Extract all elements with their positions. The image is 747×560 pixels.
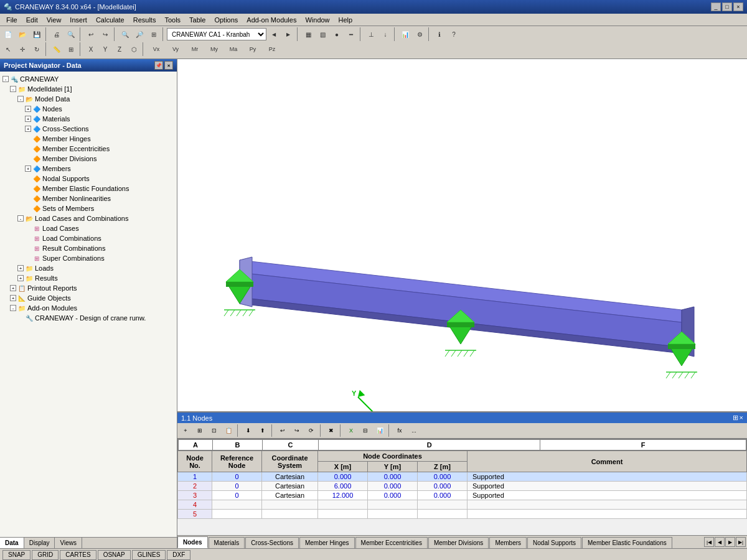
- tree-item-member-divisions[interactable]: 🔶 Member Divisions: [1, 154, 176, 164]
- menu-item-window[interactable]: Window: [301, 15, 333, 25]
- tab-member-elastic-foundations[interactable]: Member Elastic Foundations: [582, 537, 672, 548]
- view-z-button[interactable]: Z: [113, 42, 126, 56]
- grid-toggle[interactable]: GRID: [32, 550, 59, 560]
- toggle-loads[interactable]: +: [17, 265, 24, 271]
- toggle-members[interactable]: +: [25, 166, 31, 172]
- measure-button[interactable]: 📏: [50, 42, 63, 56]
- toggle-materials[interactable]: +: [25, 116, 31, 122]
- dt-formula-button[interactable]: fx: [393, 424, 406, 437]
- menu-item-table[interactable]: Table: [186, 15, 209, 25]
- menu-item-results[interactable]: Results: [129, 15, 160, 25]
- new-button[interactable]: 📄: [1, 27, 15, 41]
- viewport[interactable]: Y X Z: [177, 59, 747, 411]
- tab-materials[interactable]: Materials: [209, 537, 245, 548]
- tab-cross-sections[interactable]: Cross-Sections: [245, 537, 299, 548]
- dt-import-button[interactable]: ⬇: [242, 424, 255, 437]
- select-button[interactable]: ↖: [1, 42, 15, 56]
- data-table-container[interactable]: A B C D F NodeNo.: [177, 439, 747, 535]
- view-x-button[interactable]: X: [84, 42, 98, 56]
- tree-item-modelldatei[interactable]: - 📁 Modelldatei [1]: [1, 84, 176, 94]
- tab-members[interactable]: Members: [489, 537, 527, 548]
- save-button[interactable]: 💾: [30, 27, 44, 41]
- view-iso-button[interactable]: ⬡: [127, 42, 141, 56]
- menu-item-edit[interactable]: Edit: [22, 15, 42, 25]
- tree-item-member-eccentricities[interactable]: 🔶 Member Eccentricities: [1, 144, 176, 154]
- render-button[interactable]: ▦: [301, 27, 315, 41]
- tree-item-results[interactable]: + 📁 Results: [1, 273, 176, 283]
- member-button[interactable]: ━: [344, 27, 358, 41]
- undo-button[interactable]: ↩: [84, 27, 98, 41]
- tree-item-nodes[interactable]: + 🔷 Nodes: [1, 104, 176, 114]
- tree-item-members[interactable]: + 🔷 Members: [1, 164, 176, 174]
- menu-item-insert[interactable]: Insert: [66, 15, 91, 25]
- zoom-fit-button[interactable]: ⊞: [147, 27, 161, 41]
- dt-table-button[interactable]: ⊟: [359, 424, 372, 437]
- table-row[interactable]: 2 0 Cartesian 6.000 0.000 0.000 Supporte…: [178, 482, 747, 491]
- minimize-button[interactable]: _: [711, 2, 721, 11]
- dt-add-button[interactable]: +: [179, 424, 192, 437]
- zoom-out-button[interactable]: 🔎: [133, 27, 146, 41]
- dt-undo-button[interactable]: ↩: [276, 424, 289, 437]
- nav-tab-display[interactable]: Display: [24, 538, 55, 548]
- table-row[interactable]: 1 0 Cartesian 0.000 0.000 0.000 Supporte…: [178, 472, 747, 482]
- snap-button[interactable]: ⊞: [64, 42, 78, 56]
- menu-item-calculate[interactable]: Calculate: [92, 15, 128, 25]
- nav-tab-views[interactable]: Views: [55, 538, 82, 548]
- tree-item-result-combinations[interactable]: ⊞ Result Combinations: [1, 243, 176, 253]
- ca-next-button[interactable]: ▶: [281, 27, 295, 41]
- dt-refresh-button[interactable]: ⟳: [304, 424, 318, 437]
- tree-item-addon-modules[interactable]: - 📁 Add-on Modules: [1, 303, 176, 313]
- tab-nodal-supports[interactable]: Nodal Supports: [527, 537, 581, 548]
- dt-more-button[interactable]: ...: [407, 424, 421, 437]
- menu-item-add-on-modules[interactable]: Add-on Modules: [243, 15, 300, 25]
- osnap-toggle[interactable]: OSNAP: [98, 550, 131, 560]
- zoom-in-button[interactable]: 🔍: [118, 27, 132, 41]
- dt-paste-button[interactable]: 📋: [222, 424, 235, 437]
- tree-item-load-cases[interactable]: ⊞ Load Cases: [1, 223, 176, 233]
- snap-toggle[interactable]: SNAP: [2, 550, 31, 560]
- dt-redo-button[interactable]: ↪: [290, 424, 304, 437]
- panel-float-button[interactable]: ⊞: [733, 414, 738, 422]
- tree-item-craneway-design[interactable]: 🔧 CRANEWAY - Design of crane runw.: [1, 313, 176, 323]
- info-button[interactable]: ℹ: [433, 27, 446, 41]
- maximize-button[interactable]: □: [722, 2, 732, 11]
- tree-item-guide-objects[interactable]: + 📐 Guide Objects: [1, 293, 176, 303]
- dt-grid-button[interactable]: ⊞: [193, 424, 207, 437]
- print-button[interactable]: 🖨: [50, 27, 63, 41]
- tree-item-loads[interactable]: + 📁 Loads: [1, 263, 176, 273]
- tree-item-nodal-supports[interactable]: 🔶 Nodal Supports: [1, 174, 176, 184]
- support-button[interactable]: ⊥: [364, 27, 378, 41]
- tab-member-divisions[interactable]: Member Divisions: [428, 537, 489, 548]
- toggle-modelldatei[interactable]: -: [10, 86, 16, 92]
- toggle-model-data[interactable]: -: [17, 96, 24, 102]
- glines-toggle[interactable]: GLINES: [132, 550, 166, 560]
- dt-chart-button[interactable]: 📊: [373, 424, 387, 437]
- load-button[interactable]: ↓: [378, 27, 392, 41]
- toggle-results[interactable]: +: [17, 275, 24, 281]
- redo-button[interactable]: ↪: [98, 27, 112, 41]
- nav-tab-data[interactable]: Data: [0, 538, 24, 548]
- move-button[interactable]: ✛: [16, 42, 29, 56]
- ca-prev-button[interactable]: ◀: [267, 27, 281, 41]
- dt-delete-button[interactable]: ✖: [324, 424, 338, 437]
- print-preview-button[interactable]: 🔍: [64, 27, 78, 41]
- menu-item-options[interactable]: Options: [210, 15, 242, 25]
- panel-close-button[interactable]: ×: [740, 414, 743, 422]
- toggle-cross-sections[interactable]: +: [25, 126, 31, 132]
- tree-item-member-elastic-foundations[interactable]: 🔶 Member Elastic Foundations: [1, 184, 176, 194]
- nav-pin-button[interactable]: 📌: [154, 61, 163, 70]
- tree-item-printout-reports[interactable]: + 📋 Printout Reports: [1, 283, 176, 293]
- toggle-craneway[interactable]: -: [2, 76, 9, 82]
- tree-item-load-cases-combinations[interactable]: - 📂 Load Cases and Combinations: [1, 213, 176, 223]
- menu-item-tools[interactable]: Tools: [161, 15, 184, 25]
- toggle-addon[interactable]: -: [10, 305, 16, 311]
- close-button[interactable]: ×: [733, 2, 743, 11]
- tab-nav-prev[interactable]: ◀: [715, 537, 725, 547]
- menu-item-view[interactable]: View: [43, 15, 65, 25]
- tab-nav-next[interactable]: ▶: [725, 537, 735, 547]
- dt-copy-button[interactable]: ⊡: [207, 424, 221, 437]
- dxf-toggle[interactable]: DXF: [167, 550, 190, 560]
- tree-item-member-nonlinearities[interactable]: 🔶 Member Nonlinearities: [1, 194, 176, 203]
- tree-item-super-combinations[interactable]: ⊞ Super Combinations: [1, 253, 176, 263]
- toggle-guide[interactable]: +: [10, 295, 16, 301]
